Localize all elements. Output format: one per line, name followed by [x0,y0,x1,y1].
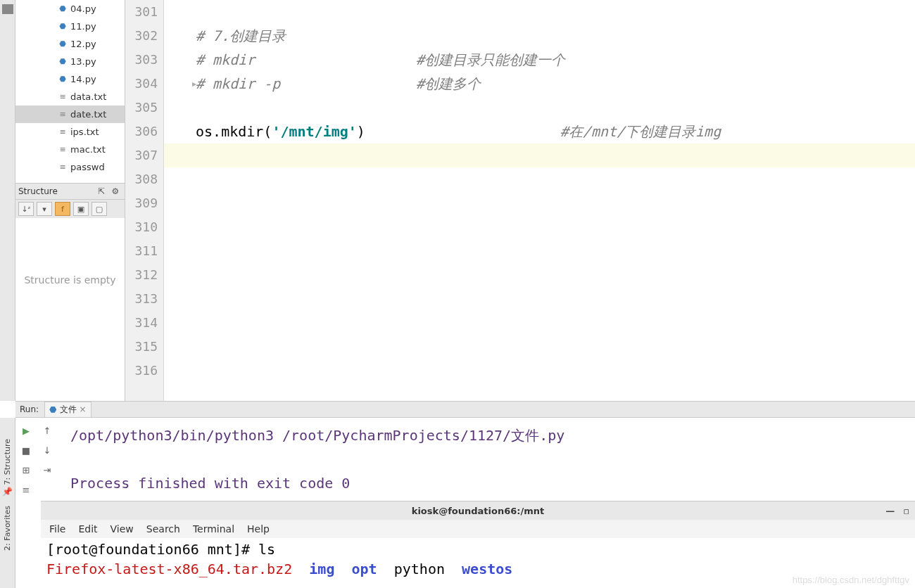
code-line [196,287,915,311]
tree-item-mac-txt[interactable]: ≡mac.txt [15,141,125,158]
python-file-icon: ⬣ [58,4,68,14]
run-more-button[interactable]: ≡ [19,482,33,497]
tree-item-data-txt[interactable]: ≡data.txt [15,88,125,106]
run-up-button[interactable]: ↑ [40,423,54,437]
folder-icon [2,4,13,14]
run-tab-name: 文件 [60,404,77,416]
structure-sort-btn[interactable]: ↓ᶻ [18,202,34,216]
run-layout-button[interactable]: ⊞ [19,463,33,477]
pin-icon[interactable]: 📌 [2,487,13,497]
window-maximize-icon[interactable]: ▫ [903,506,909,516]
terminal-menu-help[interactable]: Help [247,523,270,535]
line-number: 305 [125,96,158,120]
run-play-button[interactable]: ▶ [19,423,33,437]
line-number: 302 [125,24,158,48]
run-output[interactable]: /opt/python3/bin/python3 /root/PycharmPr… [63,418,915,495]
python-file-icon: ⬣ [58,75,68,84]
tree-item-14-py[interactable]: ⬣14.py [15,70,125,88]
tree-item-label: data.txt [70,88,106,106]
python-file-icon: ⬣ [58,39,68,49]
tab-favorites[interactable]: 2: Favorites [3,506,12,551]
run-wrap-button[interactable]: ⇥ [40,463,54,477]
line-number: 314 [125,311,158,335]
text-file-icon: ≡ [58,92,68,102]
terminal-body[interactable]: [root@foundation66 mnt]# lsFirefox-lates… [41,538,915,580]
structure-empty-panel: Structure is empty [15,218,125,401]
run-tab[interactable]: ⬣ 文件 × [44,402,92,418]
code-line: # mkdir #创建目录只能创建一个 [196,48,915,72]
tree-item-label: 11.py [70,18,96,35]
editor-gutter-marks: ▸ [164,0,196,401]
terminal-line: [root@foundation66 mnt]# ls [46,539,909,559]
code-line [196,311,915,335]
tree-item-ips-txt[interactable]: ≡ips.txt [15,123,125,141]
line-number: 303 [125,48,158,72]
terminal-menubar: FileEditViewSearchTerminalHelp [41,520,915,538]
run-label: Run: [20,404,39,414]
structure-empty-text: Structure is empty [24,274,115,286]
line-number: 307 [125,143,158,167]
terminal-title: kiosk@foundation66:/mnt [412,506,545,516]
python-file-icon: ⬣ [58,22,68,32]
terminal-menu-view[interactable]: View [111,523,134,535]
tree-item-label: 12.py [70,35,96,53]
tree-item-04-py[interactable]: ⬣04.py [15,0,125,18]
tree-item-date-txt[interactable]: ≡date.txt [15,106,125,123]
terminal-menu-terminal[interactable]: Terminal [193,523,234,535]
tree-item-12-py[interactable]: ⬣12.py [15,35,125,53]
tree-item-label: 13.py [70,53,96,70]
tree-item-label: passwd [70,158,105,176]
tree-item-passwd[interactable]: ≡passwd [15,158,125,176]
line-number: 309 [125,191,158,215]
line-number: 301 [125,0,158,24]
structure-fields-btn[interactable]: f [55,202,70,216]
structure-filter-btn-1[interactable]: ▾ [37,202,52,216]
line-number: 312 [125,263,158,287]
tree-item-label: date.txt [70,106,106,123]
tree-item-11-py[interactable]: ⬣11.py [15,18,125,35]
window-minimize-icon[interactable]: — [885,506,895,516]
project-tree-panel: ⬣04.py⬣11.py⬣12.py⬣13.py⬣14.py≡data.txt≡… [15,0,125,183]
editor-gutter: 3013023033043053063073083093103113123133… [125,0,164,401]
code-line [164,143,915,167]
tree-item-label: ips.txt [70,123,99,141]
tree-item-label: mac.txt [70,141,106,158]
terminal-titlebar: kiosk@foundation66:/mnt — ▫ [41,501,915,520]
structure-title: Structure [18,186,58,196]
tab-structure[interactable]: 7: Structure [3,439,12,485]
run-stop-button[interactable]: ■ [19,443,33,457]
line-number: 308 [125,167,158,191]
code-line [196,359,915,383]
code-line [196,263,915,287]
tree-item-label: 04.py [70,0,96,18]
code-line [196,239,915,263]
code-line: # mkdir -p #创建多个 [196,72,915,96]
structure-toolbar: ↓ᶻ ▾ f ▣ ▢ [15,200,125,218]
structure-filter-btn-2[interactable]: ▣ [73,202,89,216]
line-number: 315 [125,335,158,359]
run-tool-column: ▶ ■ ⊞ ≡ ↑ ↓ ⇥ [15,418,58,502]
terminal-menu-file[interactable]: File [49,523,65,535]
terminal-line: Firefox-latest-x86_64.tar.bz2 img opt py… [46,559,909,579]
line-number: 310 [125,215,158,239]
code-line: # 7.创建目录 [196,24,915,48]
run-down-button[interactable]: ↓ [40,443,54,457]
terminal-menu-search[interactable]: Search [146,523,180,535]
code-line [196,215,915,239]
line-number: 306 [125,120,158,143]
code-line [196,96,915,120]
structure-gear-icon[interactable]: ⚙ [109,185,122,198]
line-number: 313 [125,287,158,311]
terminal-menu-edit[interactable]: Edit [78,523,97,535]
code-editor[interactable]: # 7.创建目录# mkdir #创建目录只能创建一个# mkdir -p #创… [196,0,915,401]
line-number: 311 [125,239,158,263]
python-file-icon: ⬣ [58,57,68,67]
code-line [196,191,915,215]
watermark: https://blog.csdn.net/dghfttgv [793,575,909,585]
tree-item-13-py[interactable]: ⬣13.py [15,53,125,70]
close-icon[interactable]: × [80,404,87,414]
structure-filter-btn-3[interactable]: ▢ [92,202,107,216]
text-file-icon: ≡ [58,127,68,137]
code-line: os.mkdir('/mnt/img') #在/mnt/下创建目录img [196,120,915,143]
structure-collapse-icon[interactable]: ⇱ [95,185,108,198]
